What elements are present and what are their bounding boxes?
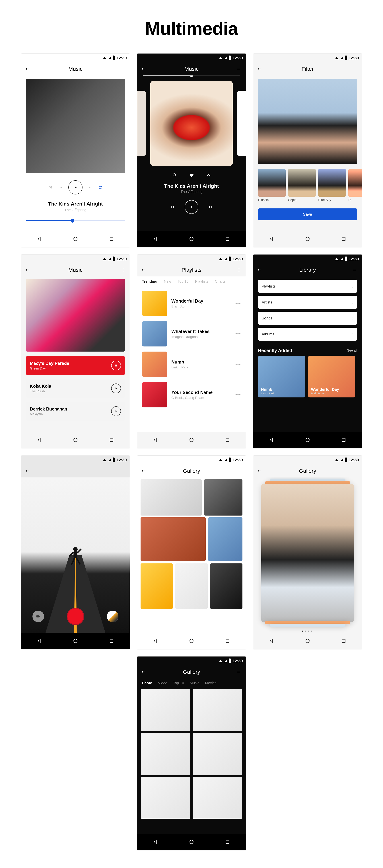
favorite-icon[interactable] — [189, 173, 194, 178]
repeat-icon[interactable] — [172, 173, 177, 178]
nav-back-icon[interactable] — [269, 437, 274, 442]
nav-recents-icon[interactable] — [225, 839, 230, 844]
track-row[interactable]: Koka KolaThe Clash — [26, 379, 125, 398]
gallery-photo[interactable] — [193, 777, 242, 819]
gallery-photo[interactable] — [141, 777, 190, 819]
album-card-current[interactable] — [150, 81, 233, 166]
progress-slider[interactable] — [26, 220, 125, 221]
menu-icon[interactable] — [352, 268, 358, 272]
overflow-icon[interactable]: ⋮ — [236, 268, 242, 273]
tab-movies[interactable]: Movies — [205, 681, 217, 685]
pause-button[interactable] — [111, 361, 121, 370]
next-icon[interactable] — [88, 185, 93, 190]
prev-icon[interactable] — [58, 185, 63, 190]
gallery-thumbnail-button[interactable] — [107, 611, 119, 622]
nav-home-icon[interactable] — [73, 639, 78, 643]
nav-recents-icon[interactable] — [109, 237, 114, 241]
library-item-albums[interactable]: Albums› — [258, 328, 357, 341]
playlist-item[interactable]: NumbLinkin Park••• — [137, 349, 246, 379]
nav-recents-icon[interactable] — [341, 237, 346, 241]
back-icon[interactable] — [25, 469, 31, 473]
gallery-photo[interactable] — [210, 563, 243, 609]
playlist-item[interactable]: Whatever It TakesImagine Dragons••• — [137, 318, 246, 349]
recent-tile[interactable]: NumbLinkin Park — [258, 356, 305, 398]
gallery-photo[interactable] — [141, 733, 190, 775]
back-icon[interactable] — [141, 67, 147, 71]
nav-back-icon[interactable] — [153, 237, 158, 241]
back-icon[interactable] — [257, 469, 263, 473]
see-all-link[interactable]: See all — [347, 349, 357, 352]
tab-top10[interactable]: Top 10 — [178, 279, 188, 283]
tab-video[interactable]: Video — [158, 681, 167, 685]
nav-home-icon[interactable] — [189, 437, 194, 442]
more-icon[interactable]: ••• — [235, 301, 241, 306]
nav-recents-icon[interactable] — [225, 437, 230, 442]
nav-home-icon[interactable] — [189, 639, 194, 643]
nav-recents-icon[interactable] — [341, 639, 346, 643]
gallery-photo[interactable] — [175, 563, 208, 609]
track-row-active[interactable]: Macy's Day ParadeGreen Day — [26, 356, 125, 375]
filter-option[interactable]: Blue Sky — [318, 169, 346, 202]
nav-recents-icon[interactable] — [109, 437, 114, 442]
gallery-photo[interactable] — [140, 563, 173, 609]
back-icon[interactable] — [25, 268, 31, 272]
video-mode-button[interactable] — [32, 611, 44, 622]
nav-recents-icon[interactable] — [109, 639, 114, 643]
track-row[interactable]: Derrick BuchananMalaysia — [26, 402, 125, 421]
progress-thumb[interactable] — [190, 75, 193, 77]
back-icon[interactable] — [141, 268, 147, 272]
nav-recents-icon[interactable] — [225, 237, 230, 241]
nav-recents-icon[interactable] — [341, 437, 346, 442]
tab-new[interactable]: New — [164, 279, 171, 283]
tab-trending[interactable]: Trending — [142, 279, 157, 283]
recent-tile[interactable]: Wonderful DayBrainStorm — [308, 356, 355, 398]
nav-back-icon[interactable] — [269, 639, 274, 643]
album-card-prev[interactable] — [137, 91, 146, 156]
shuffle-icon[interactable] — [206, 173, 211, 178]
more-icon[interactable]: ••• — [235, 331, 241, 336]
tab-charts[interactable]: Charts — [215, 279, 226, 283]
nav-home-icon[interactable] — [305, 639, 310, 643]
play-button[interactable] — [111, 406, 121, 416]
menu-icon[interactable] — [236, 67, 242, 71]
overflow-icon[interactable]: ⋮ — [120, 268, 126, 272]
nav-home-icon[interactable] — [305, 437, 310, 442]
back-icon[interactable] — [141, 670, 147, 674]
shuffle-icon[interactable] — [48, 185, 53, 190]
album-card-next[interactable] — [237, 91, 246, 156]
playlist-item[interactable]: Your Second NameC-BooL, Giang Pham••• — [137, 379, 246, 410]
back-icon[interactable] — [257, 268, 263, 272]
gallery-photo[interactable] — [140, 517, 205, 561]
prev-icon[interactable] — [170, 205, 174, 209]
back-icon[interactable] — [257, 67, 263, 71]
nav-back-icon[interactable] — [37, 437, 42, 442]
library-item-songs[interactable]: Songs› — [258, 312, 357, 325]
gallery-photo[interactable] — [193, 689, 242, 731]
gallery-photo[interactable] — [140, 479, 202, 516]
more-icon[interactable]: ••• — [235, 362, 241, 367]
playlist-item[interactable]: Wonderful DayBrainStorm••• — [137, 288, 246, 318]
more-icon[interactable]: ••• — [235, 392, 241, 397]
nav-back-icon[interactable] — [153, 437, 158, 442]
play-button[interactable] — [185, 200, 198, 214]
nav-home-icon[interactable] — [189, 839, 194, 844]
album-carousel[interactable] — [137, 78, 246, 169]
stack-card-front[interactable] — [261, 484, 354, 622]
shutter-button[interactable] — [67, 608, 84, 625]
filter-option[interactable]: Classic — [258, 169, 286, 202]
tab-playlists[interactable]: Playlists — [195, 279, 209, 283]
play-button[interactable] — [68, 180, 83, 194]
next-icon[interactable] — [209, 205, 213, 209]
nav-back-icon[interactable] — [153, 839, 158, 844]
progress-thumb[interactable] — [71, 219, 74, 223]
library-item-artists[interactable]: Artists› — [258, 296, 357, 309]
nav-home-icon[interactable] — [305, 237, 310, 241]
tab-top10[interactable]: Top 10 — [173, 681, 184, 685]
nav-back-icon[interactable] — [37, 639, 42, 643]
repeat-icon[interactable] — [98, 185, 103, 190]
nav-back-icon[interactable] — [37, 237, 42, 241]
nav-home-icon[interactable] — [73, 437, 78, 442]
back-icon[interactable] — [141, 469, 147, 473]
filter-option[interactable]: R — [348, 169, 362, 202]
nav-home-icon[interactable] — [73, 237, 78, 241]
